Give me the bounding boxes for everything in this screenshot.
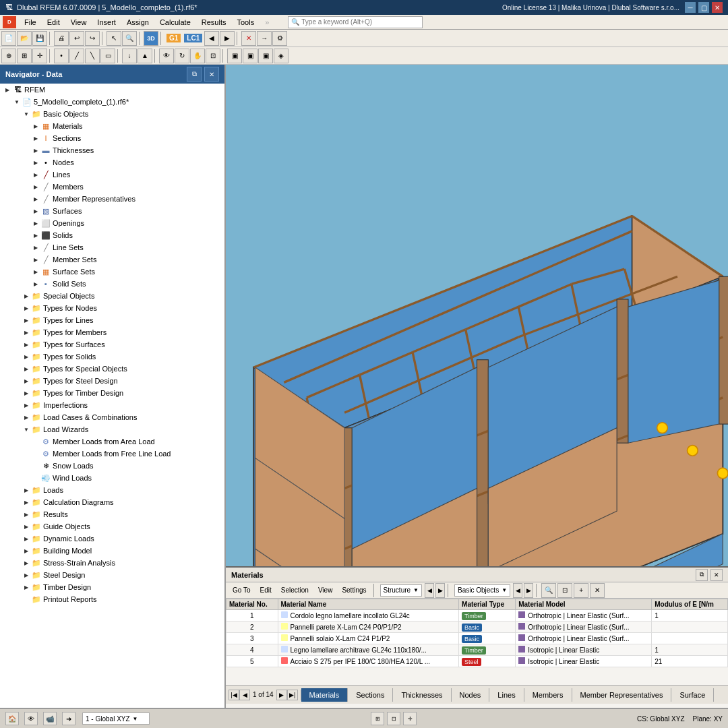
lc1-badge[interactable]: LC1 [184, 34, 202, 42]
bldmodel-toggle[interactable]: ▶ [22, 546, 31, 555]
grid-button[interactable]: ⊞ [17, 49, 32, 63]
rfem-toggle[interactable]: ▶ [3, 85, 12, 94]
loads-toggle[interactable]: ▶ [22, 485, 31, 495]
dd-prev-button[interactable]: ◀ [425, 583, 434, 598]
member-button[interactable]: ╲ [85, 49, 100, 63]
menu-results[interactable]: Results [196, 17, 232, 28]
tab-members[interactable]: Members [524, 688, 572, 702]
typti-toggle[interactable]: ▶ [22, 388, 31, 398]
tree-types-members[interactable]: ▶ 📁 Types for Members [0, 326, 224, 338]
prev-button[interactable]: ◀ [204, 31, 219, 46]
tree-materials[interactable]: ▶ ▦ Materials [0, 120, 224, 132]
side-button[interactable]: ▣ [243, 49, 257, 63]
tree-types-nodes[interactable]: ▶ 📁 Types for Nodes [0, 302, 224, 314]
new-button[interactable]: 📄 [1, 31, 16, 46]
close-button[interactable]: ✕ [712, 2, 723, 13]
tree-timber-design[interactable]: ▶ 📁 Timber Design [0, 581, 224, 593]
node-button[interactable]: • [54, 49, 69, 63]
tree-sections[interactable]: ▶ I Sections [0, 132, 224, 144]
file-toggle[interactable]: ▼ [12, 97, 22, 107]
panel-restore-button[interactable]: ⧉ [696, 569, 708, 581]
open-toggle[interactable]: ▶ [31, 218, 40, 228]
panel-close-button[interactable]: ✕ [710, 569, 723, 581]
memset-toggle[interactable]: ▶ [31, 255, 40, 264]
filter2-button[interactable]: ⊡ [557, 583, 572, 598]
tab-next-button[interactable]: ▶ [276, 690, 287, 700]
tree-guide-objects[interactable]: ▶ 📁 Guide Objects [0, 520, 224, 533]
special-toggle[interactable]: ▶ [22, 291, 31, 301]
support-button[interactable]: ▲ [138, 49, 152, 63]
solid-toggle[interactable]: ▶ [31, 231, 40, 240]
tree-steel-design[interactable]: ▶ 📁 Steel Design [0, 569, 224, 581]
tree-calc-diagrams[interactable]: ▶ 📁 Calculation Diagrams [0, 496, 224, 508]
tree-types-surfaces[interactable]: ▶ 📁 Types for Surfaces [0, 338, 224, 351]
front-button[interactable]: ▣ [227, 49, 242, 63]
sections-toggle[interactable]: ▶ [31, 133, 40, 143]
zoom-button[interactable]: 🔍 [122, 31, 137, 46]
add-row-button[interactable]: + [574, 583, 588, 598]
tree-types-steel[interactable]: ▶ 📁 Types for Steel Design [0, 375, 224, 387]
typn-toggle[interactable]: ▶ [22, 303, 31, 313]
fload-toggle[interactable] [31, 449, 40, 458]
menu-tools[interactable]: Tools [231, 17, 260, 28]
tree-area-load[interactable]: ⚙ Member Loads from Area Load [0, 435, 224, 448]
st-btn2[interactable]: ⊡ [387, 712, 400, 725]
settings-tb-button[interactable]: ⚙ [272, 31, 287, 46]
status-video-button[interactable]: 📹 [43, 712, 57, 725]
bo-prev-button[interactable]: ◀ [513, 583, 522, 598]
tree-load-wizards[interactable]: ▼ 📁 Load Wizards [0, 423, 224, 435]
tree-loads[interactable]: ▶ 📁 Loads [0, 484, 224, 496]
tree-lines[interactable]: ▶ ╱ Lines [0, 169, 224, 181]
tree-dynamic-loads[interactable]: ▶ 📁 Dynamic Loads [0, 533, 224, 545]
col-no[interactable]: Material No. [226, 599, 278, 610]
global-xyz-dropdown[interactable]: 1 - Global XYZ ▼ [82, 712, 150, 725]
tree-line-sets[interactable]: ▶ ╱ Line Sets [0, 241, 224, 253]
typl-toggle[interactable]: ▶ [22, 315, 31, 325]
structure-dropdown[interactable]: Structure ▼ [380, 584, 423, 597]
top-button[interactable]: ▣ [258, 49, 273, 63]
tree-member-sets[interactable]: ▶ ╱ Member Sets [0, 253, 224, 266]
panel-settings[interactable]: Settings [338, 585, 370, 595]
tree-member-reps[interactable]: ▶ ╱ Member Representatives [0, 193, 224, 205]
print-button[interactable]: 🖨 [54, 31, 69, 46]
tree-rfem[interactable]: ▶ 🏗 RFEM [0, 84, 224, 96]
tab-materials[interactable]: Materials [301, 688, 348, 702]
menu-insert[interactable]: Insert [92, 17, 121, 28]
typso-toggle[interactable]: ▶ [22, 352, 31, 361]
tab-lines[interactable]: Lines [489, 688, 524, 702]
tree-thicknesses[interactable]: ▶ ▬ Thicknesses [0, 144, 224, 156]
status-home-button[interactable]: 🏠 [5, 712, 19, 725]
solidset-toggle[interactable]: ▶ [31, 279, 40, 289]
st-btn1[interactable]: ⊞ [371, 712, 384, 725]
tab-member-reps[interactable]: Member Representatives [572, 688, 672, 702]
maximize-button[interactable]: ▢ [698, 2, 709, 13]
tree-nodes[interactable]: ▶ • Nodes [0, 156, 224, 169]
tree-solids[interactable]: ▶ ⬛ Solids [0, 229, 224, 241]
st-btn3[interactable]: ✛ [403, 712, 417, 725]
tab-surfaces[interactable]: Surface [671, 688, 714, 702]
print-toggle[interactable] [22, 595, 31, 604]
menu-edit[interactable]: Edit [42, 17, 65, 28]
imperf-toggle[interactable]: ▶ [22, 400, 31, 410]
tree-snow-loads[interactable]: ❄ Snow Loads [0, 460, 224, 472]
menu-view[interactable]: View [65, 17, 92, 28]
lw-toggle[interactable]: ▼ [22, 425, 31, 434]
iso-button[interactable]: ◈ [274, 49, 289, 63]
search-input[interactable] [301, 18, 419, 26]
typs-toggle[interactable]: ▶ [22, 340, 31, 349]
move-button[interactable]: ✛ [32, 49, 47, 63]
redo-button[interactable]: ↪ [85, 31, 100, 46]
basic-toggle[interactable]: ▼ [22, 109, 31, 119]
tab-thicknesses[interactable]: Thicknesses [393, 688, 451, 702]
menu-calculate[interactable]: Calculate [154, 17, 196, 28]
tree-building-model[interactable]: ▶ 📁 Building Model [0, 545, 224, 557]
col-model[interactable]: Material Model [516, 599, 652, 610]
surfset-toggle[interactable]: ▶ [31, 267, 40, 276]
tab-prev-button[interactable]: ◀ [239, 690, 250, 700]
guide-toggle[interactable]: ▶ [22, 522, 31, 531]
tree-stress-strain[interactable]: ▶ 📁 Stress-Strain Analysis [0, 557, 224, 569]
tree-load-cases[interactable]: ▶ 📁 Load Cases & Combinations [0, 411, 224, 423]
calcdiag-toggle[interactable]: ▶ [22, 497, 31, 507]
steel-toggle[interactable]: ▶ [22, 570, 31, 580]
surf-toggle[interactable]: ▶ [31, 206, 40, 216]
